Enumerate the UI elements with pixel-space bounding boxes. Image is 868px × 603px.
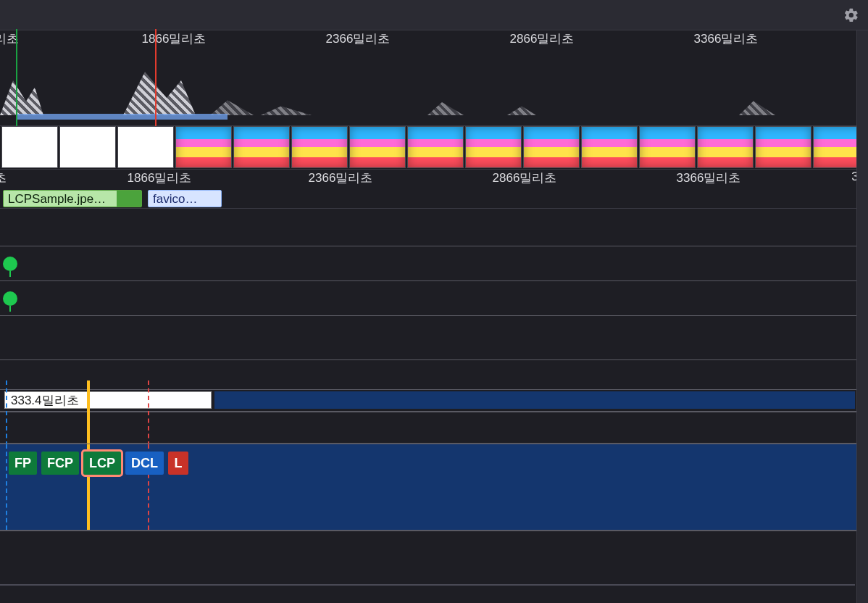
filmstrip[interactable] bbox=[0, 126, 868, 170]
track-divider bbox=[0, 359, 868, 390]
network-track: LCPSample.jpe… favico… bbox=[0, 188, 868, 209]
filmstrip-thumb[interactable] bbox=[407, 126, 464, 168]
network-item-extent bbox=[117, 191, 141, 207]
scrollbar-vertical[interactable] bbox=[856, 30, 868, 603]
filmstrip-thumb-blank[interactable] bbox=[1, 126, 58, 168]
guide-dcl-line bbox=[6, 444, 7, 530]
frames-track-row bbox=[0, 281, 868, 316]
track-gap bbox=[0, 316, 868, 359]
filmstrip-thumb[interactable] bbox=[639, 126, 696, 168]
guide-dcl-line bbox=[6, 380, 7, 446]
frame-marker-dot[interactable] bbox=[3, 257, 17, 271]
overview-green-marker[interactable] bbox=[16, 29, 17, 130]
filmstrip-thumb[interactable] bbox=[755, 126, 811, 168]
filmstrip-thumb[interactable] bbox=[465, 126, 522, 168]
task-duration-label: 333.4밀리초 bbox=[11, 394, 79, 407]
filmstrip-thumb[interactable] bbox=[349, 126, 406, 168]
filmstrip-thumb-blank[interactable] bbox=[117, 126, 174, 168]
ruler-tick: 2866밀리초 bbox=[510, 30, 575, 46]
frame-marker-dot[interactable] bbox=[3, 291, 17, 306]
cpu-activity-graph bbox=[0, 72, 868, 115]
filmstrip-thumb[interactable] bbox=[697, 126, 754, 168]
frames-track-row bbox=[0, 246, 868, 281]
timeline-ruler-bottom[interactable]: 초1866밀리초2366밀리초2866밀리초3366밀리초3 bbox=[0, 170, 868, 188]
filmstrip-thumb[interactable] bbox=[175, 126, 232, 168]
marker-load[interactable]: L bbox=[168, 452, 188, 475]
ruler-tick: 3366밀리초 bbox=[677, 170, 741, 186]
track-spacer bbox=[0, 209, 868, 246]
overview-pane[interactable] bbox=[0, 46, 868, 126]
bottom-divider bbox=[0, 584, 855, 586]
network-item-label: favico… bbox=[153, 192, 197, 206]
filmstrip-thumb-blank[interactable] bbox=[59, 126, 116, 168]
filmstrip-thumb[interactable] bbox=[233, 126, 290, 168]
guide-lcp-line bbox=[87, 380, 90, 446]
task-continuation bbox=[214, 391, 855, 409]
network-item-label: LCPSample.jpe… bbox=[8, 192, 106, 206]
filmstrip-thumb[interactable] bbox=[291, 126, 348, 168]
guide-load-line bbox=[148, 380, 149, 446]
task-bar[interactable]: 333.4밀리초 bbox=[4, 391, 212, 409]
timings-track: FP FCP LCP DCL L bbox=[0, 444, 868, 531]
filmstrip-thumb[interactable] bbox=[523, 126, 580, 168]
timeline-ruler-bottom-wrap: 초1866밀리초2366밀리초2866밀리초3366밀리초3 bbox=[0, 170, 868, 188]
marker-lcp[interactable]: LCP bbox=[83, 452, 121, 475]
overview-red-marker[interactable] bbox=[155, 29, 157, 130]
ruler-tick: 2366밀리초 bbox=[309, 170, 373, 186]
net-activity-bar bbox=[17, 114, 228, 120]
marker-fcp[interactable]: FCP bbox=[41, 452, 79, 475]
main-thread-track: 333.4밀리초 bbox=[0, 390, 868, 412]
ruler-tick: 1866밀리초 bbox=[142, 30, 206, 46]
filmstrip-thumb[interactable] bbox=[581, 126, 638, 168]
toolbar bbox=[0, 0, 868, 30]
marker-fp[interactable]: FP bbox=[9, 452, 37, 475]
marker-dcl[interactable]: DCL bbox=[125, 452, 164, 475]
track-divider bbox=[0, 412, 868, 444]
timing-marker-badges: FP FCP LCP DCL L bbox=[9, 452, 188, 475]
ruler-tick: 2366밀리초 bbox=[326, 30, 391, 46]
ruler-tick: 1866밀리초 bbox=[128, 170, 192, 186]
ruler-tick: 2866밀리초 bbox=[493, 170, 557, 186]
timeline-ruler-top[interactable]: 밀리초1866밀리초2366밀리초2866밀리초3366밀리초 bbox=[0, 30, 868, 46]
network-item-favicon[interactable]: favico… bbox=[148, 190, 222, 207]
gear-icon[interactable] bbox=[843, 7, 859, 23]
bottom-gap bbox=[0, 531, 868, 581]
ruler-tick: 3366밀리초 bbox=[694, 30, 759, 46]
network-item-lcpsample[interactable]: LCPSample.jpe… bbox=[3, 190, 142, 207]
ruler-tick: 초 bbox=[0, 170, 7, 186]
